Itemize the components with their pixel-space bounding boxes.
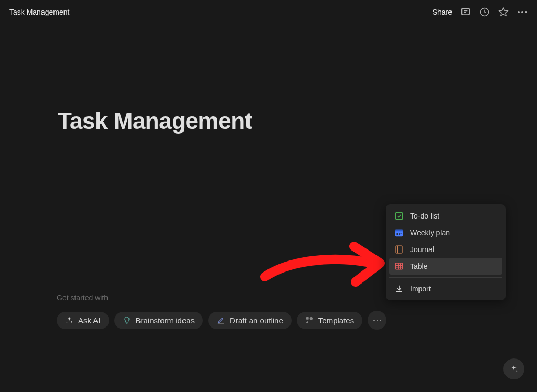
pill-label: Brainstorm ideas <box>136 316 195 325</box>
svg-rect-10 <box>397 234 398 235</box>
topbar: Task Management Share <box>0 0 537 24</box>
popup-item-todo[interactable]: To-do list <box>389 208 502 224</box>
template-popup: To-do list Weekly plan Journal <box>386 204 506 300</box>
svg-rect-11 <box>399 234 400 235</box>
more-pill[interactable] <box>368 311 386 330</box>
pill-label: Templates <box>318 316 354 325</box>
ask-ai-pill[interactable]: Ask AI <box>57 312 109 329</box>
pill-row: Ask AI Brainstorm ideas Draft an outline <box>57 311 386 330</box>
svg-rect-0 <box>462 8 470 15</box>
shapes-icon <box>305 316 314 324</box>
comments-icon[interactable] <box>460 7 471 17</box>
draft-pill[interactable]: Draft an outline <box>208 312 292 329</box>
svg-rect-8 <box>399 233 400 234</box>
arrow-annotation <box>257 236 388 296</box>
table-icon <box>394 262 404 271</box>
popup-item-journal[interactable]: Journal <box>389 241 502 258</box>
book-icon <box>394 245 404 254</box>
get-started-label: Get started with <box>57 293 108 302</box>
lightbulb-icon <box>123 316 131 324</box>
ai-fab[interactable] <box>503 358 524 379</box>
popup-item-label: Import <box>410 285 431 293</box>
clock-icon[interactable] <box>479 7 490 17</box>
popup-divider <box>389 277 502 278</box>
checkbox-icon <box>394 211 404 221</box>
svg-rect-2 <box>306 317 309 320</box>
pill-label: Ask AI <box>78 316 101 325</box>
popup-item-table[interactable]: Table <box>389 258 502 275</box>
popup-item-import[interactable]: Import <box>389 280 502 297</box>
calendar-icon <box>394 228 404 237</box>
page-content: Task Management <box>0 24 537 134</box>
svg-rect-4 <box>395 212 403 220</box>
brainstorm-pill[interactable]: Brainstorm ideas <box>114 312 203 329</box>
sparkle-icon <box>65 316 73 324</box>
topbar-actions: Share <box>433 7 528 17</box>
page-title[interactable]: Task Management <box>58 108 479 134</box>
ellipsis-icon <box>373 320 381 321</box>
more-icon[interactable] <box>517 7 528 17</box>
pill-label: Draft an outline <box>230 316 283 325</box>
svg-rect-12 <box>396 246 402 253</box>
popup-item-label: Weekly plan <box>410 228 450 237</box>
sparkle-icon <box>509 364 519 374</box>
templates-pill[interactable]: Templates <box>297 312 362 329</box>
svg-rect-13 <box>395 263 403 269</box>
popup-item-weekly[interactable]: Weekly plan <box>389 224 502 241</box>
popup-item-label: Journal <box>410 245 434 254</box>
breadcrumb[interactable]: Task Management <box>9 8 69 16</box>
popup-item-label: Table <box>410 262 427 270</box>
svg-rect-9 <box>401 233 402 234</box>
star-icon[interactable] <box>498 7 509 17</box>
popup-item-label: To-do list <box>410 212 439 220</box>
svg-rect-6 <box>395 230 403 232</box>
share-button[interactable]: Share <box>433 8 452 16</box>
import-icon <box>394 284 404 293</box>
pencil-icon <box>217 316 225 324</box>
svg-point-3 <box>309 317 312 320</box>
svg-rect-7 <box>397 233 398 234</box>
